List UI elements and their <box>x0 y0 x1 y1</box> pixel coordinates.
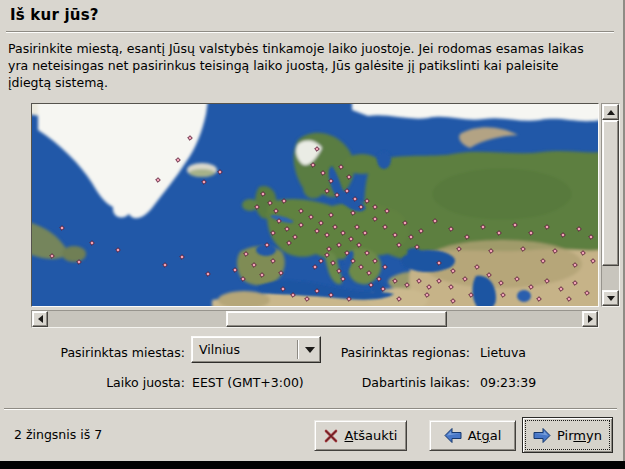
world-map[interactable] <box>31 103 599 307</box>
arrow-left-icon <box>38 315 43 323</box>
arrow-left-icon <box>444 428 462 443</box>
selected-region-label: Pasirinktas regionas: <box>330 345 470 360</box>
map-horizontal-scrollbar[interactable] <box>31 310 599 328</box>
footer-separator <box>4 408 617 410</box>
timezone-label: Laiko juosta: <box>30 375 185 390</box>
selected-city-label: Pasirinktas miestas: <box>30 345 185 360</box>
step-indicator: 2 žingsnis iš 7 <box>14 427 102 442</box>
arrow-right-icon <box>588 315 593 323</box>
scroll-right-button[interactable] <box>582 311 598 327</box>
timezone-map-widget <box>31 103 620 328</box>
wizard-window: Iš kur jūs? Pasirinkite miestą, esantį J… <box>0 0 625 461</box>
button-label: Atšaukti <box>345 428 398 443</box>
city-dropdown[interactable]: Vilnius <box>191 336 321 363</box>
arrow-down-icon <box>607 296 615 301</box>
horizontal-scroll-thumb[interactable] <box>226 311 447 327</box>
page-description: Pasirinkite miestą, esantį Jūsų valstybė… <box>8 40 622 91</box>
screen-edge <box>0 461 625 469</box>
cancel-x-icon <box>324 429 339 443</box>
description-line: yra neteisingas net pasirinkus teisingą … <box>8 57 622 74</box>
arrow-right-icon <box>533 428 551 443</box>
description-line: Pasirinkite miestą, esantį Jūsų valstybė… <box>8 40 622 57</box>
selected-region-value: Lietuva <box>480 345 526 360</box>
title-separator <box>6 31 614 33</box>
scroll-up-button[interactable] <box>602 104 619 120</box>
current-time-label: Dabartinis laikas: <box>330 375 470 390</box>
vertical-scroll-thumb[interactable] <box>602 120 619 266</box>
back-button[interactable]: Atgal <box>429 420 516 451</box>
timezone-value: EEST (GMT+3:00) <box>192 375 304 390</box>
page-title: Iš kur jūs? <box>10 6 99 24</box>
description-line: įdiegtą sistemą. <box>8 74 622 91</box>
chevron-down-icon <box>299 347 320 353</box>
scroll-down-button[interactable] <box>602 290 619 306</box>
forward-button[interactable]: Pirmyn <box>522 417 613 453</box>
cancel-button[interactable]: Atšaukti <box>314 420 407 451</box>
city-dropdown-value: Vilnius <box>192 342 297 357</box>
map-vertical-scrollbar[interactable] <box>601 103 620 307</box>
button-label: Pirmyn <box>557 428 602 443</box>
scroll-left-button[interactable] <box>32 311 48 327</box>
arrow-up-icon <box>607 110 615 115</box>
button-label: Atgal <box>468 428 502 443</box>
current-time-value: 09:23:39 <box>480 375 536 390</box>
